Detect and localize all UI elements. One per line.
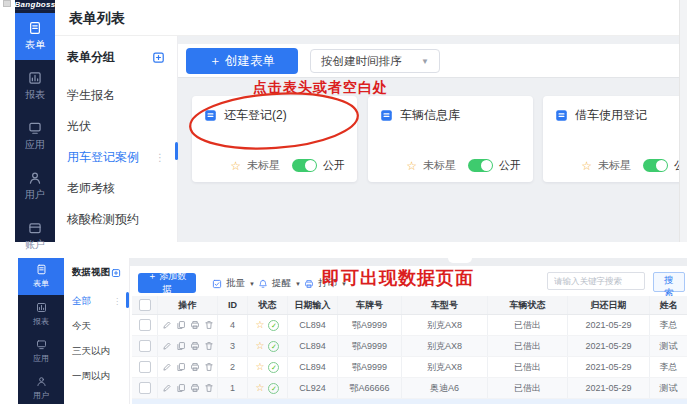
cell-date-input: CL924 bbox=[288, 378, 338, 398]
group-item[interactable]: 核酸检测预约 bbox=[55, 204, 177, 235]
row-checkbox[interactable] bbox=[139, 361, 151, 373]
views-panel-title: 数据视图 bbox=[72, 266, 110, 279]
search-button[interactable]: 搜索 bbox=[653, 272, 685, 292]
print-icon[interactable] bbox=[190, 320, 200, 330]
form-card-vehicle-info[interactable]: 车辆信息库 ☆ 未标星 公开 bbox=[368, 96, 533, 182]
star-icon[interactable]: ☆ bbox=[581, 160, 592, 172]
sidebar-item-reports[interactable]: 报表 bbox=[15, 63, 55, 110]
create-form-button[interactable]: ＋ 创建表单 bbox=[186, 48, 298, 74]
copy-icon[interactable] bbox=[176, 383, 186, 393]
select-all-checkbox[interactable] bbox=[139, 299, 151, 311]
copy-icon[interactable] bbox=[176, 341, 186, 351]
star-icon[interactable]: ☆ bbox=[256, 362, 265, 372]
sidebar-item-apps[interactable]: 应用 bbox=[18, 334, 64, 369]
row-checkbox[interactable] bbox=[139, 319, 151, 331]
delete-icon[interactable] bbox=[204, 341, 214, 351]
star-icon[interactable]: ☆ bbox=[256, 383, 265, 393]
edit-icon[interactable] bbox=[162, 362, 172, 372]
form-card-return-car[interactable]: 还车登记(2) ☆ 未标星 公开 bbox=[192, 96, 357, 182]
public-label: 公开 bbox=[499, 158, 521, 173]
public-toggle[interactable] bbox=[468, 159, 493, 172]
batch-menu[interactable]: 批量 ▼ bbox=[212, 277, 255, 290]
sidebar-item-reports[interactable]: 报表 bbox=[18, 297, 64, 332]
col-header-status[interactable]: 状态 bbox=[248, 296, 288, 314]
col-header-return-date[interactable]: 归还日期 bbox=[568, 296, 650, 314]
cell-vehicle-status: 已借出 bbox=[488, 315, 568, 335]
sidebar-item-users[interactable]: 用户 bbox=[18, 371, 64, 404]
sidebar-item-forms[interactable]: 表单 bbox=[18, 258, 64, 295]
col-header-vehicle-status[interactable]: 车辆状态 bbox=[488, 296, 568, 314]
group-item[interactable]: 老师考核 bbox=[55, 173, 177, 204]
star-icon[interactable]: ☆ bbox=[230, 160, 241, 172]
search-input[interactable] bbox=[547, 272, 645, 290]
print-icon[interactable] bbox=[190, 383, 200, 393]
form-card-borrow-car[interactable]: 借车使用登记 ☆ 未标星 公开 bbox=[543, 96, 687, 182]
report-icon bbox=[36, 302, 47, 313]
sidebar-item-users[interactable]: 用户 bbox=[15, 163, 55, 210]
star-icon[interactable]: ☆ bbox=[256, 341, 265, 351]
sidebar-item-label: 表单 bbox=[33, 278, 49, 289]
view-item[interactable]: 三天以内 bbox=[64, 339, 129, 364]
batch-checkbox-icon bbox=[212, 279, 222, 289]
add-view-icon[interactable] bbox=[111, 268, 121, 278]
more-dots-icon[interactable]: ⋮ bbox=[155, 152, 165, 163]
edit-icon[interactable] bbox=[162, 341, 172, 351]
col-header-date-input[interactable]: 日期输入 bbox=[288, 296, 338, 314]
form-card-icon bbox=[380, 109, 393, 122]
star-icon[interactable]: ☆ bbox=[256, 320, 265, 330]
panel-scroll-indicator[interactable] bbox=[126, 292, 129, 308]
sidebar-item-account[interactable]: 账户 bbox=[15, 213, 55, 260]
data-table: 操作 ID 状态 日期输入 车牌号 车型号 车辆状态 归还日期 姓名 4 bbox=[132, 296, 687, 404]
view-item-selected[interactable]: 全部 ⋮ bbox=[64, 289, 129, 314]
add-data-button[interactable]: ＋ 添加数据 bbox=[138, 273, 196, 293]
print-icon[interactable] bbox=[190, 341, 200, 351]
row-checkbox[interactable] bbox=[139, 340, 151, 352]
more-dots-icon[interactable]: ⋮ bbox=[113, 297, 121, 306]
group-item[interactable]: 光伏 bbox=[55, 111, 177, 142]
group-item-selected[interactable]: 用车登记案例 ⋮ bbox=[55, 142, 177, 173]
col-header-id[interactable]: ID bbox=[218, 296, 248, 314]
collapse-notch[interactable] bbox=[448, 258, 472, 263]
sidebar-item-label: 账户 bbox=[25, 238, 45, 252]
app-logo: Bangboss bbox=[15, 0, 55, 10]
table-row[interactable]: 4 ☆✓ CL894 鄂A9999 别克AX8 已借出 2021-05-29 李… bbox=[132, 315, 687, 336]
col-header-model[interactable]: 车型号 bbox=[402, 296, 488, 314]
sort-dropdown[interactable]: 按创建时间排序 ▼ bbox=[310, 49, 440, 73]
public-toggle[interactable] bbox=[292, 159, 317, 172]
tutorial-composite: 表单列表 Bangboss 表单 报表 应用 用户 账户 表单分组 bbox=[0, 0, 687, 404]
copy-icon[interactable] bbox=[176, 320, 186, 330]
form-icon bbox=[36, 264, 47, 275]
sidebar-item-apps[interactable]: 应用 bbox=[15, 113, 55, 160]
sidebar-item-forms[interactable]: 表单 bbox=[15, 13, 55, 60]
cell-vehicle-status: 已借出 bbox=[488, 357, 568, 377]
check-circle-icon: ✓ bbox=[268, 320, 279, 331]
delete-icon[interactable] bbox=[204, 320, 214, 330]
star-label: 未标星 bbox=[247, 158, 280, 173]
star-icon[interactable]: ☆ bbox=[406, 160, 417, 172]
table-row[interactable]: 1 ☆✓ CL924 鄂A66666 奥迪A6 已借出 2021-05-29 测… bbox=[132, 378, 687, 399]
table-row[interactable]: 2 ☆✓ CL894 鄂A9999 别克AX8 已借出 2021-05-29 李… bbox=[132, 357, 687, 378]
col-header-plate[interactable]: 车牌号 bbox=[338, 296, 402, 314]
public-toggle[interactable] bbox=[643, 159, 668, 172]
delete-icon[interactable] bbox=[204, 383, 214, 393]
form-card-title: 还车登记(2) bbox=[224, 107, 287, 124]
scrollbar-track[interactable] bbox=[679, 0, 687, 242]
table-row[interactable]: 3 ☆✓ CL894 鄂A9999 别克AX8 已借出 2021-05-29 测… bbox=[132, 336, 687, 357]
report-icon bbox=[28, 71, 42, 85]
cell-model: 奥迪A6 bbox=[402, 378, 488, 398]
add-group-icon[interactable] bbox=[152, 51, 165, 64]
cell-id: 1 bbox=[218, 378, 248, 398]
delete-icon[interactable] bbox=[204, 362, 214, 372]
top-main-area: ＋ 创建表单 按创建时间排序 ▼ 点击表头或者空白处 还车登记(2) ☆ 未标星… bbox=[178, 36, 687, 242]
view-item[interactable]: 今天 bbox=[64, 314, 129, 339]
col-header-name[interactable]: 姓名 bbox=[650, 296, 687, 314]
edit-icon[interactable] bbox=[162, 320, 172, 330]
view-item[interactable]: 一周以内 bbox=[64, 364, 129, 389]
remind-menu[interactable]: 提醒 ▼ bbox=[258, 277, 301, 290]
copy-icon[interactable] bbox=[176, 362, 186, 372]
print-icon[interactable] bbox=[190, 362, 200, 372]
group-item[interactable]: 学生报名 bbox=[55, 80, 177, 111]
col-header-op[interactable]: 操作 bbox=[158, 296, 218, 314]
edit-icon[interactable] bbox=[162, 383, 172, 393]
row-checkbox[interactable] bbox=[139, 382, 151, 394]
